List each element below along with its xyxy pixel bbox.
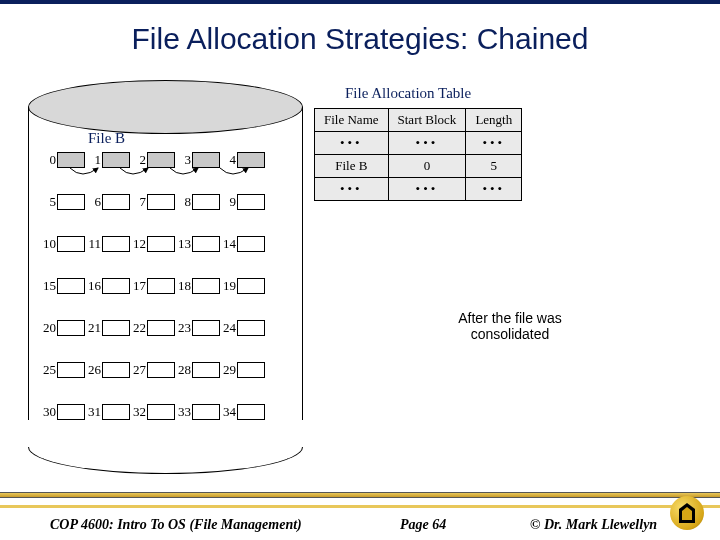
block-cell: 13 [175,236,220,252]
block-number: 31 [85,404,101,420]
block-box [192,404,220,420]
block-row: 1011121314 [40,234,292,254]
block-row: 2526272829 [40,360,292,380]
block-number: 17 [130,278,146,294]
block-number: 19 [220,278,236,294]
block-box [57,362,85,378]
block-box [102,404,130,420]
block-row: 1516171819 [40,276,292,296]
block-cell: 34 [220,404,265,420]
block-cell: 22 [130,320,175,336]
block-box [237,404,265,420]
block-row: 3031323334 [40,402,292,422]
block-number: 12 [130,236,146,252]
block-box [147,278,175,294]
fat-header: Start Block [388,109,466,132]
block-number: 16 [85,278,101,294]
block-number: 29 [220,362,236,378]
fat-cell: ••• [315,132,389,155]
block-box [102,236,130,252]
block-cell: 31 [85,404,130,420]
block-box [237,236,265,252]
block-number: 32 [130,404,146,420]
block-cell: 26 [85,362,130,378]
block-box [192,320,220,336]
block-number: 18 [175,278,191,294]
block-box [57,320,85,336]
block-box [237,278,265,294]
block-number: 33 [175,404,191,420]
table-row: ••••••••• [315,132,522,155]
fat-cell: ••• [466,132,522,155]
block-number: 25 [40,362,56,378]
block-box [147,404,175,420]
block-box [192,236,220,252]
block-box [237,320,265,336]
block-cell: 25 [40,362,85,378]
block-cell: 21 [85,320,130,336]
block-cell: 23 [175,320,220,336]
block-cell: 32 [130,404,175,420]
block-box [57,278,85,294]
ucf-logo-icon [670,496,704,530]
block-number: 20 [40,320,56,336]
block-number: 34 [220,404,236,420]
block-cell: 19 [220,278,265,294]
block-cell: 29 [220,362,265,378]
footer-course: COP 4600: Intro To OS (File Management) [50,517,302,533]
block-cell: 16 [85,278,130,294]
block-number: 27 [130,362,146,378]
footer: COP 4600: Intro To OS (File Management) … [0,510,720,540]
block-cell: 30 [40,404,85,420]
block-box [237,362,265,378]
block-cell: 10 [40,236,85,252]
block-box [102,320,130,336]
block-box [57,236,85,252]
block-row: 2021222324 [40,318,292,338]
slide-title: File Allocation Strategies: Chained [0,22,720,56]
file-b-label: File B [88,130,125,147]
fat-cell: 0 [388,155,466,178]
block-box [147,320,175,336]
fat-header: Length [466,109,522,132]
caption-text: After the file was consolidated [430,310,590,342]
block-box [57,404,85,420]
fat-cell: ••• [315,178,389,201]
fat-cell: ••• [466,178,522,201]
block-cell: 18 [175,278,220,294]
block-cell: 12 [130,236,175,252]
block-box [147,236,175,252]
fat-title: File Allocation Table [345,85,471,102]
block-cell: 14 [220,236,265,252]
block-cell: 33 [175,404,220,420]
fat-cell: File B [315,155,389,178]
block-cell: 28 [175,362,220,378]
fat-header: File Name [315,109,389,132]
block-number: 22 [130,320,146,336]
block-cell: 17 [130,278,175,294]
block-number: 11 [85,236,101,252]
block-cell: 15 [40,278,85,294]
block-cell: 11 [85,236,130,252]
block-box [102,362,130,378]
block-number: 14 [220,236,236,252]
disk-top-ellipse [28,80,303,134]
fat-cell: ••• [388,178,466,201]
block-box [192,278,220,294]
block-box [147,362,175,378]
chain-arrows [40,150,292,200]
block-number: 28 [175,362,191,378]
top-accent-bar [0,0,720,4]
block-number: 30 [40,404,56,420]
block-number: 13 [175,236,191,252]
disk-side-left [28,107,29,447]
footer-author: © Dr. Mark Llewellyn [530,517,657,533]
footer-gold-bar [0,492,720,498]
table-row: File B05 [315,155,522,178]
block-number: 24 [220,320,236,336]
block-cell: 27 [130,362,175,378]
block-number: 21 [85,320,101,336]
block-number: 23 [175,320,191,336]
fat-cell: ••• [388,132,466,155]
disk-side-right [302,107,303,447]
